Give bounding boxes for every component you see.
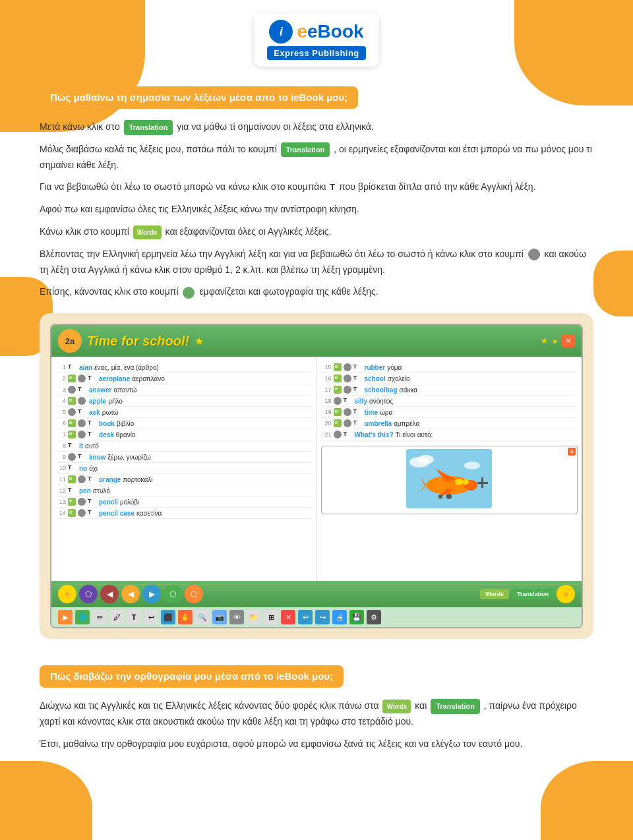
- search-button[interactable]: 🔍: [195, 610, 210, 624]
- logo-box: i eeBook Express Publishing: [254, 13, 379, 67]
- word-image-box: ✕: [321, 446, 578, 514]
- print-button[interactable]: 🖨: [332, 610, 347, 624]
- word-row: 9 T know ξέρω, γνωρίζω: [55, 452, 313, 463]
- word-row: 20 ⊕ T umbrella ομπρέλα: [321, 418, 578, 429]
- word-row: 8 T it αυτό: [55, 440, 313, 452]
- iebook-titlebar: 2a Time for school! ★ ★ ★ ✕: [51, 325, 582, 357]
- translation-toolbar-button[interactable]: Translation: [512, 589, 554, 599]
- para6-text: Βλέποντας την Ελληνική ερμηνεία λέω την …: [40, 249, 524, 259]
- text-button[interactable]: T: [127, 610, 141, 624]
- window-close-button[interactable]: ✕: [562, 334, 575, 347]
- camera-btn[interactable]: 📷: [212, 610, 227, 624]
- arrow-left-button[interactable]: ◀: [121, 585, 140, 603]
- translation-badge-2[interactable]: Translation: [281, 142, 330, 158]
- stamp-button[interactable]: ✋: [178, 610, 193, 624]
- bg-decoration-bot-left: [0, 761, 92, 840]
- logo-subtitle: Express Publishing: [267, 46, 366, 60]
- para2: Μόλις διαβάσω καλά τις λέξεις μου, πατάω…: [40, 142, 593, 173]
- img-icon: ⊕: [68, 375, 76, 382]
- globe-button[interactable]: 🌐: [75, 610, 90, 624]
- airplane-illustration: [406, 449, 492, 508]
- svg-rect-13: [481, 477, 483, 488]
- delete-button[interactable]: ✕: [281, 610, 295, 624]
- t-icon: T: [88, 375, 96, 382]
- logo-ebook: eeBook: [297, 21, 363, 42]
- sound-icon: [78, 498, 86, 506]
- t-icon: T: [68, 363, 76, 371]
- logo-ebook-text: eBook: [307, 21, 364, 42]
- para7: Επίσης, κάνοντας κλικ στο κουμπί εμφανίζ…: [40, 284, 593, 300]
- word-row: 14 ⊕ T pencil case κασετίνα: [55, 508, 313, 519]
- eye-button[interactable]: 👁: [229, 610, 244, 624]
- sound-icon: [78, 397, 86, 405]
- s2-para3-text: Έτσι, μαθαίνω την ορθογραφία μου ευχάρισ…: [40, 738, 522, 749]
- arrow-back-button[interactable]: ◀: [100, 585, 119, 603]
- para3: Για να βεβαιωθώ ότι λέω το σωστό μπορώ ν…: [40, 179, 593, 195]
- shape-button[interactable]: ⬛: [161, 610, 175, 624]
- star-button[interactable]: ★: [58, 585, 76, 603]
- t-icon: T: [88, 431, 96, 438]
- img-icon: ⊕: [68, 419, 76, 427]
- img-icon: ⊕: [334, 408, 342, 416]
- words-badge-1[interactable]: Words: [133, 225, 162, 239]
- svg-point-14: [446, 494, 452, 499]
- translation-badge-s2[interactable]: Translation: [431, 699, 480, 714]
- translation-badge-1[interactable]: Translation: [124, 120, 173, 135]
- para1b-text: για να μάθω τί σημαίνουν οι λέξεις στα ε…: [177, 121, 374, 132]
- img-icon: ⊕: [68, 475, 76, 483]
- sound-icon: [334, 397, 342, 405]
- pentagon-button-1[interactable]: ⬠: [79, 585, 98, 603]
- word-row: 11 ⊕ T orange πορτοκάλι: [55, 474, 313, 485]
- undo-btn2[interactable]: ↩: [298, 610, 313, 624]
- word-row: 12 T pen στυλό: [55, 485, 313, 496]
- words-toolbar-button[interactable]: Words: [480, 589, 509, 599]
- t-icon: T: [68, 464, 76, 472]
- settings-button[interactable]: ⚙: [367, 610, 381, 624]
- folder-button[interactable]: 📁: [247, 610, 261, 624]
- words-badge-s2[interactable]: Words: [382, 700, 411, 713]
- arrow-right-button[interactable]: ▶: [142, 585, 161, 603]
- save-button[interactable]: 💾: [349, 610, 364, 624]
- section2-para3: Έτσι, μαθαίνω την ορθογραφία μου ευχάρισ…: [40, 736, 593, 752]
- word-row: 3 T answer απαντώ: [55, 384, 313, 396]
- lesson-title: Time for school!: [87, 334, 189, 349]
- pencil-button[interactable]: ✏: [92, 610, 107, 624]
- highlight-button[interactable]: 🖊: [109, 610, 124, 624]
- sound-icon: [334, 431, 342, 438]
- img-icon: ⊕: [334, 419, 342, 427]
- para7b-text: εμφανίζεται και φωτογραφία της κάθε λέξη…: [199, 286, 378, 297]
- star-button-right[interactable]: ★: [557, 585, 575, 603]
- section2: Πώς διαβάζω την ορθογραφία μου μέσα από …: [40, 665, 593, 752]
- section2-title-box: Πώς διαβάζω την ορθογραφία μου μέσα από …: [40, 665, 344, 688]
- svg-point-15: [438, 495, 442, 498]
- toolbar-left-buttons: ★ ⬠ ◀ ◀ ▶ ⬠ ⬠: [58, 585, 203, 603]
- sound-icon: [78, 375, 86, 382]
- sound-icon: [78, 419, 86, 427]
- word-list-left: 1 T a/an ένας, μία, ένα (άρθρο) 2 ⊕ T ae…: [51, 357, 317, 581]
- img-icon: ⊕: [68, 397, 76, 405]
- para5: Κάνω κλικ στο κουμπί Words και εξαφανίζο…: [40, 224, 593, 240]
- t-icon: T: [68, 442, 76, 450]
- grid-button[interactable]: ⊞: [264, 610, 278, 624]
- image-close-button[interactable]: ✕: [568, 448, 576, 456]
- pentagon-button-2[interactable]: ⬠: [164, 585, 182, 603]
- t-icon: T: [353, 386, 361, 394]
- sound-icon: [68, 453, 76, 461]
- title-star: ★: [195, 335, 204, 347]
- section2-para1: Διώχνω και τις Αγγλικές και τις Ελληνικέ…: [40, 698, 593, 730]
- section1-title: Πώς μαθαίνω τη σημασία των λέξεων μέσα α…: [50, 92, 347, 103]
- play-button[interactable]: ▶: [58, 610, 73, 624]
- word-row: 10 T no όχι: [55, 463, 313, 474]
- t-icon: T: [88, 475, 96, 483]
- redo-button[interactable]: ↪: [315, 610, 330, 624]
- sound-icon: [68, 408, 76, 416]
- undo-button[interactable]: ↩: [144, 610, 158, 624]
- pentagon-button-3[interactable]: ⬠: [185, 585, 203, 603]
- word-row: 1 T a/an ένας, μία, ένα (άρθρο): [55, 362, 313, 373]
- t-icon: T: [353, 363, 361, 371]
- header: i eeBook Express Publishing: [0, 0, 633, 73]
- para5-text: Κάνω κλικ στο κουμπί: [40, 226, 129, 237]
- svg-point-11: [462, 479, 469, 485]
- camera-icon: [183, 287, 195, 299]
- word-row: 18 T silly ανόητος: [321, 396, 578, 407]
